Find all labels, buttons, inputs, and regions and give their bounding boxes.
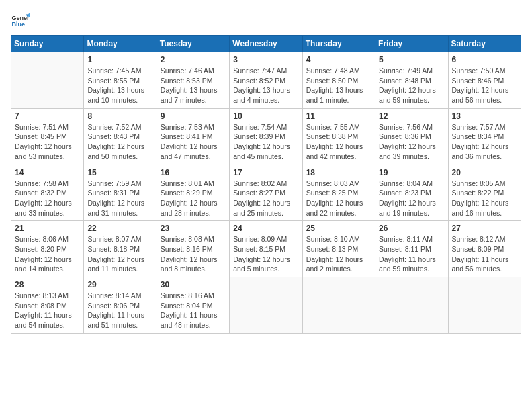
day-number: 17	[233, 168, 298, 177]
day-content: Sunrise: 8:10 AM Sunset: 8:13 PM Dayligh…	[306, 234, 371, 274]
calendar-cell: 8Sunrise: 7:52 AM Sunset: 8:43 PM Daylig…	[84, 108, 157, 165]
calendar-cell: 17Sunrise: 8:02 AM Sunset: 8:27 PM Dayli…	[230, 165, 302, 221]
day-content: Sunrise: 7:48 AM Sunset: 8:50 PM Dayligh…	[306, 66, 371, 105]
day-number: 20	[452, 168, 517, 177]
calendar-cell: 10Sunrise: 7:54 AM Sunset: 8:39 PM Dayli…	[230, 108, 302, 165]
day-content: Sunrise: 7:50 AM Sunset: 8:46 PM Dayligh…	[452, 66, 517, 105]
calendar-cell	[448, 277, 521, 334]
weekday-header: Wednesday	[230, 36, 302, 52]
day-number: 22	[87, 224, 152, 233]
day-number: 11	[306, 111, 371, 121]
day-number: 25	[306, 224, 371, 233]
logo-icon: General Blue	[11, 11, 30, 30]
calendar-body: 1Sunrise: 7:45 AM Sunset: 8:55 PM Daylig…	[11, 52, 521, 334]
day-number: 27	[452, 224, 517, 233]
calendar-cell: 29Sunrise: 8:14 AM Sunset: 8:06 PM Dayli…	[84, 277, 157, 334]
day-content: Sunrise: 7:52 AM Sunset: 8:43 PM Dayligh…	[87, 122, 152, 162]
day-content: Sunrise: 7:51 AM Sunset: 8:45 PM Dayligh…	[15, 122, 80, 162]
day-content: Sunrise: 7:58 AM Sunset: 8:32 PM Dayligh…	[15, 179, 80, 218]
calendar-cell: 11Sunrise: 7:55 AM Sunset: 8:38 PM Dayli…	[302, 108, 375, 165]
day-number: 28	[15, 280, 80, 289]
day-content: Sunrise: 8:13 AM Sunset: 8:08 PM Dayligh…	[15, 291, 80, 330]
day-number: 1	[87, 55, 152, 64]
day-number: 9	[161, 111, 226, 121]
day-content: Sunrise: 7:46 AM Sunset: 8:53 PM Dayligh…	[161, 66, 226, 105]
day-number: 13	[452, 111, 517, 121]
calendar-cell: 23Sunrise: 8:08 AM Sunset: 8:16 PM Dayli…	[157, 221, 229, 277]
calendar-cell: 25Sunrise: 8:10 AM Sunset: 8:13 PM Dayli…	[302, 221, 375, 277]
day-content: Sunrise: 8:16 AM Sunset: 8:04 PM Dayligh…	[161, 291, 226, 330]
calendar-cell: 16Sunrise: 8:01 AM Sunset: 8:29 PM Dayli…	[157, 165, 229, 221]
day-number: 8	[87, 111, 152, 121]
day-number: 3	[233, 55, 298, 64]
calendar-cell: 21Sunrise: 8:06 AM Sunset: 8:20 PM Dayli…	[11, 221, 84, 277]
calendar-cell	[230, 277, 302, 334]
calendar-cell: 15Sunrise: 7:59 AM Sunset: 8:31 PM Dayli…	[84, 165, 157, 221]
day-number: 26	[379, 224, 444, 233]
day-number: 14	[15, 168, 80, 177]
day-content: Sunrise: 7:55 AM Sunset: 8:38 PM Dayligh…	[306, 122, 371, 162]
header: General Blue	[11, 11, 521, 30]
day-content: Sunrise: 8:05 AM Sunset: 8:22 PM Dayligh…	[452, 179, 517, 218]
day-content: Sunrise: 8:02 AM Sunset: 8:27 PM Dayligh…	[233, 179, 298, 218]
day-content: Sunrise: 8:06 AM Sunset: 8:20 PM Dayligh…	[15, 234, 80, 274]
calendar-cell: 4Sunrise: 7:48 AM Sunset: 8:50 PM Daylig…	[302, 52, 375, 109]
calendar-week-row: 1Sunrise: 7:45 AM Sunset: 8:55 PM Daylig…	[11, 52, 521, 109]
calendar-week-row: 28Sunrise: 8:13 AM Sunset: 8:08 PM Dayli…	[11, 277, 521, 334]
day-number: 29	[87, 280, 152, 289]
calendar-week-row: 7Sunrise: 7:51 AM Sunset: 8:45 PM Daylig…	[11, 108, 521, 165]
calendar-cell: 2Sunrise: 7:46 AM Sunset: 8:53 PM Daylig…	[157, 52, 229, 109]
calendar-cell: 7Sunrise: 7:51 AM Sunset: 8:45 PM Daylig…	[11, 108, 84, 165]
day-content: Sunrise: 7:57 AM Sunset: 8:34 PM Dayligh…	[452, 122, 517, 162]
calendar-cell: 30Sunrise: 8:16 AM Sunset: 8:04 PM Dayli…	[157, 277, 229, 334]
day-content: Sunrise: 7:47 AM Sunset: 8:52 PM Dayligh…	[233, 66, 298, 105]
svg-text:Blue: Blue	[11, 21, 25, 28]
calendar-cell: 28Sunrise: 8:13 AM Sunset: 8:08 PM Dayli…	[11, 277, 84, 334]
calendar-cell: 22Sunrise: 8:07 AM Sunset: 8:18 PM Dayli…	[84, 221, 157, 277]
day-content: Sunrise: 7:53 AM Sunset: 8:41 PM Dayligh…	[161, 122, 226, 162]
day-number: 5	[379, 55, 444, 64]
calendar-cell: 3Sunrise: 7:47 AM Sunset: 8:52 PM Daylig…	[230, 52, 302, 109]
day-content: Sunrise: 8:09 AM Sunset: 8:15 PM Dayligh…	[233, 234, 298, 274]
calendar-cell: 26Sunrise: 8:11 AM Sunset: 8:11 PM Dayli…	[375, 221, 448, 277]
day-content: Sunrise: 8:01 AM Sunset: 8:29 PM Dayligh…	[161, 179, 226, 218]
day-number: 15	[87, 168, 152, 177]
day-content: Sunrise: 7:45 AM Sunset: 8:55 PM Dayligh…	[87, 66, 152, 105]
day-number: 19	[379, 168, 444, 177]
day-content: Sunrise: 8:08 AM Sunset: 8:16 PM Dayligh…	[161, 234, 226, 274]
calendar-week-row: 14Sunrise: 7:58 AM Sunset: 8:32 PM Dayli…	[11, 165, 521, 221]
calendar-cell	[11, 52, 84, 109]
calendar-header: SundayMondayTuesdayWednesdayThursdayFrid…	[11, 36, 521, 52]
calendar-table: SundayMondayTuesdayWednesdayThursdayFrid…	[11, 35, 521, 334]
day-content: Sunrise: 7:59 AM Sunset: 8:31 PM Dayligh…	[87, 179, 152, 218]
day-number: 6	[452, 55, 517, 64]
weekday-header: Friday	[375, 36, 448, 52]
weekday-header: Tuesday	[157, 36, 229, 52]
weekday-header: Thursday	[302, 36, 375, 52]
day-number: 7	[15, 111, 80, 121]
day-number: 10	[233, 111, 298, 121]
calendar-cell: 18Sunrise: 8:03 AM Sunset: 8:25 PM Dayli…	[302, 165, 375, 221]
day-number: 23	[161, 224, 226, 233]
calendar-cell	[302, 277, 375, 334]
day-content: Sunrise: 7:56 AM Sunset: 8:36 PM Dayligh…	[379, 122, 444, 162]
calendar-cell: 13Sunrise: 7:57 AM Sunset: 8:34 PM Dayli…	[448, 108, 521, 165]
calendar-cell: 9Sunrise: 7:53 AM Sunset: 8:41 PM Daylig…	[157, 108, 229, 165]
day-number: 2	[161, 55, 226, 64]
calendar-cell: 24Sunrise: 8:09 AM Sunset: 8:15 PM Dayli…	[230, 221, 302, 277]
calendar-cell: 6Sunrise: 7:50 AM Sunset: 8:46 PM Daylig…	[448, 52, 521, 109]
calendar-cell: 12Sunrise: 7:56 AM Sunset: 8:36 PM Dayli…	[375, 108, 448, 165]
day-number: 21	[15, 224, 80, 233]
calendar-cell: 14Sunrise: 7:58 AM Sunset: 8:32 PM Dayli…	[11, 165, 84, 221]
day-number: 24	[233, 224, 298, 233]
weekday-header: Monday	[84, 36, 157, 52]
calendar-cell: 1Sunrise: 7:45 AM Sunset: 8:55 PM Daylig…	[84, 52, 157, 109]
logo: General Blue	[11, 11, 32, 30]
day-number: 4	[306, 55, 371, 64]
weekday-header: Saturday	[448, 36, 521, 52]
day-content: Sunrise: 8:11 AM Sunset: 8:11 PM Dayligh…	[379, 234, 444, 274]
day-content: Sunrise: 8:12 AM Sunset: 8:09 PM Dayligh…	[452, 234, 517, 274]
day-content: Sunrise: 7:54 AM Sunset: 8:39 PM Dayligh…	[233, 122, 298, 162]
day-number: 16	[161, 168, 226, 177]
calendar-cell: 19Sunrise: 8:04 AM Sunset: 8:23 PM Dayli…	[375, 165, 448, 221]
